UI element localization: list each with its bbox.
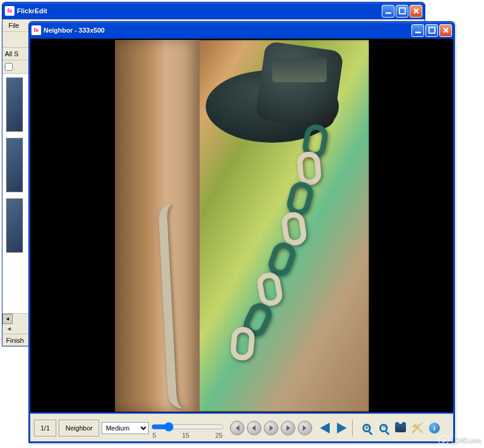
- speed-slider[interactable]: [151, 422, 224, 432]
- main-titlebar[interactable]: fe FlickrEdit: [2, 2, 425, 19]
- zoom-out-icon[interactable]: [377, 421, 390, 435]
- page-prev-icon[interactable]: ◄: [6, 325, 16, 332]
- status-text: Finish: [6, 337, 24, 344]
- main-close-button[interactable]: [410, 5, 422, 18]
- viewer-window: fe Neighbor - 333x500: [28, 21, 455, 443]
- svg-rect-0: [385, 12, 391, 13]
- first-button[interactable]: [230, 421, 244, 435]
- viewer-close-button[interactable]: [439, 24, 452, 37]
- main-title: FlickrEdit: [17, 7, 382, 15]
- viewer-title: Neighbor - 333x500: [44, 27, 411, 34]
- play-button[interactable]: [264, 421, 278, 435]
- thumbnail[interactable]: [6, 138, 23, 192]
- svg-rect-1: [399, 8, 405, 14]
- viewer-maximize-button[interactable]: [425, 24, 438, 37]
- app-icon: fe: [31, 25, 41, 35]
- displayed-photo: [115, 40, 369, 412]
- app-icon: fe: [5, 6, 15, 16]
- separator: [352, 420, 353, 437]
- viewer-titlebar[interactable]: fe Neighbor - 333x500: [29, 22, 454, 39]
- main-maximize-button[interactable]: [396, 5, 408, 18]
- slideshow-speed-control: 5 15 25: [151, 417, 224, 439]
- svg-rect-2: [415, 31, 421, 33]
- thumbnail[interactable]: [6, 77, 23, 132]
- main-minimize-button[interactable]: [382, 5, 394, 18]
- rotate-left-icon[interactable]: [318, 421, 332, 435]
- svg-rect-3: [429, 27, 435, 33]
- menu-file[interactable]: File: [4, 21, 24, 30]
- select-all-checkbox[interactable]: [5, 63, 13, 71]
- viewer-minimize-button[interactable]: [411, 24, 424, 37]
- tick-label: 5: [152, 432, 156, 439]
- tick-label: 15: [182, 432, 189, 439]
- scroll-left-arrow[interactable]: ◄: [2, 314, 13, 324]
- last-button[interactable]: [298, 421, 312, 435]
- fit-icon[interactable]: [394, 421, 407, 435]
- info-icon[interactable]: i: [428, 421, 441, 435]
- tick-label: 25: [215, 432, 223, 439]
- zoom-in-icon[interactable]: [360, 421, 373, 435]
- prev-button[interactable]: [247, 421, 261, 435]
- next-button[interactable]: [281, 421, 295, 435]
- filter-label: All S: [5, 50, 19, 57]
- viewer-toolbar: 1/1 Neighbor SquareThumbnailSmallMediumL…: [29, 414, 454, 443]
- navigation-buttons: [230, 421, 312, 435]
- size-select[interactable]: SquareThumbnailSmallMediumLargeOriginal: [102, 422, 149, 434]
- thumbnail[interactable]: [6, 198, 23, 253]
- zoom-group: i: [360, 421, 441, 435]
- image-name-label: Neighbor: [59, 420, 99, 437]
- rotate-right-icon[interactable]: [335, 421, 348, 435]
- image-canvas[interactable]: [29, 39, 454, 414]
- image-counter: 1/1: [34, 420, 56, 437]
- tools-icon[interactable]: [411, 421, 424, 435]
- rotate-group: [318, 421, 348, 435]
